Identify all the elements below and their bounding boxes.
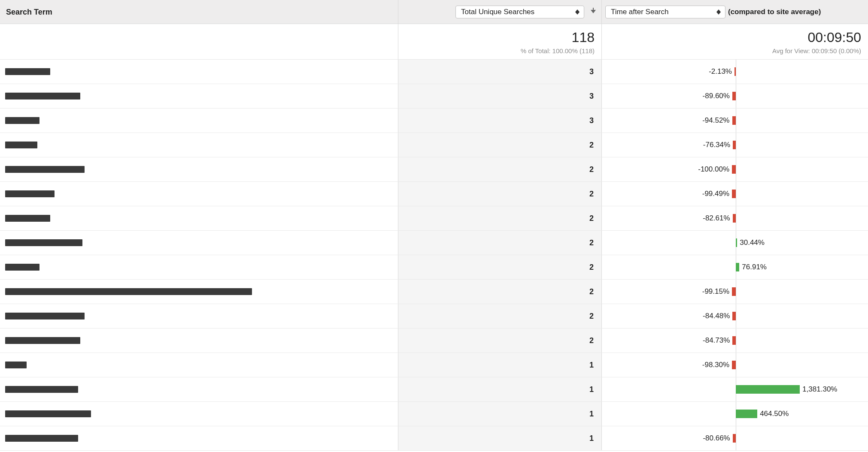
comparison-cell: -84.73% xyxy=(602,328,868,353)
search-term-cell[interactable] xyxy=(0,402,398,426)
comparison-cell: 76.91% xyxy=(602,255,868,279)
negative-bar-wrap: -76.34% xyxy=(703,141,736,149)
negative-bar xyxy=(732,312,736,320)
unique-searches-cell: 3 xyxy=(398,108,602,133)
search-term-cell[interactable] xyxy=(0,182,398,206)
table-row: 2-84.73% xyxy=(0,328,868,353)
unique-searches-cell: 2 xyxy=(398,157,602,181)
baseline-axis xyxy=(736,328,736,353)
search-term-cell[interactable] xyxy=(0,280,398,304)
percent-label: -76.34% xyxy=(703,141,730,149)
search-term-cell[interactable] xyxy=(0,304,398,328)
negative-bar xyxy=(732,190,736,198)
comparison-cell: -94.52% xyxy=(602,108,868,133)
positive-bar xyxy=(736,385,800,394)
percent-label: -2.13% xyxy=(709,67,732,76)
negative-bar-wrap: -2.13% xyxy=(709,67,736,76)
search-term-cell[interactable] xyxy=(0,255,398,279)
table-row: 230.44% xyxy=(0,231,868,255)
redacted-term xyxy=(5,264,39,271)
table-row: 2-99.15% xyxy=(0,280,868,304)
comparison-cell: -100.00% xyxy=(602,157,868,181)
search-term-cell[interactable] xyxy=(0,231,398,255)
metric-select[interactable]: Total Unique Searches xyxy=(455,6,584,18)
negative-bar xyxy=(733,214,736,223)
unique-searches-cell: 2 xyxy=(398,280,602,304)
search-term-cell[interactable] xyxy=(0,328,398,353)
table-row: 1-80.66% xyxy=(0,426,868,451)
percent-label: 76.91% xyxy=(742,263,767,271)
comparison-cell: 30.44% xyxy=(602,231,868,255)
search-term-cell[interactable] xyxy=(0,157,398,181)
positive-bar xyxy=(736,238,737,247)
positive-bar xyxy=(736,410,757,418)
table-row: 2-76.34% xyxy=(0,133,868,157)
compare-note: (compared to site average) xyxy=(728,8,821,16)
negative-bar-wrap: -89.60% xyxy=(703,92,736,100)
search-term-cell[interactable] xyxy=(0,108,398,133)
compare-select[interactable]: Time after Search xyxy=(605,6,725,18)
svg-marker-1 xyxy=(575,12,580,15)
summary-row: 118 % of Total: 100.00% (118) 00:09:50 A… xyxy=(0,24,868,60)
negative-bar xyxy=(732,165,736,174)
search-term-cell[interactable] xyxy=(0,60,398,84)
comparison-cell: -2.13% xyxy=(602,60,868,84)
unique-searches-cell: 1 xyxy=(398,377,602,401)
negative-bar-wrap: -99.49% xyxy=(702,190,736,198)
table-row: 2-99.49% xyxy=(0,182,868,206)
percent-label: 30.44% xyxy=(740,238,765,247)
search-term-cell[interactable] xyxy=(0,353,398,377)
percent-label: -99.15% xyxy=(702,287,729,296)
search-term-cell[interactable] xyxy=(0,133,398,157)
sort-descending-icon[interactable] xyxy=(589,7,597,17)
negative-bar xyxy=(732,116,736,125)
search-term-cell[interactable] xyxy=(0,426,398,450)
table-row: 276.91% xyxy=(0,255,868,280)
comparison-cell: -99.49% xyxy=(602,182,868,206)
baseline-axis xyxy=(736,60,736,84)
unique-searches-cell: 2 xyxy=(398,255,602,279)
compare-subtext: Avg for View: 00:09:50 (0.00%) xyxy=(772,47,861,54)
negative-bar-wrap: -84.73% xyxy=(703,336,736,345)
search-term-cell[interactable] xyxy=(0,206,398,230)
search-term-cell[interactable] xyxy=(0,84,398,108)
redacted-term xyxy=(5,337,80,344)
percent-label: -98.30% xyxy=(702,361,729,369)
compare-total: 00:09:50 xyxy=(807,30,861,45)
comparison-cell: -99.15% xyxy=(602,280,868,304)
redacted-term xyxy=(5,215,50,222)
percent-label: -82.61% xyxy=(703,214,730,223)
unique-searches-cell: 2 xyxy=(398,206,602,230)
baseline-axis xyxy=(736,353,736,377)
percent-label: -94.52% xyxy=(702,116,729,125)
unique-searches-cell: 2 xyxy=(398,231,602,255)
redacted-term xyxy=(5,435,78,442)
negative-bar-wrap: -80.66% xyxy=(703,434,736,443)
table-row: 11,381.30% xyxy=(0,377,868,402)
negative-bar xyxy=(732,336,736,345)
table-row: 2-84.48% xyxy=(0,304,868,328)
unique-searches-cell: 1 xyxy=(398,402,602,426)
table-row: 3-94.52% xyxy=(0,108,868,133)
redacted-term xyxy=(5,362,27,368)
unique-searches-cell: 2 xyxy=(398,304,602,328)
positive-bar xyxy=(736,263,739,271)
positive-bar-wrap: 464.50% xyxy=(736,410,789,418)
comparison-cell: -98.30% xyxy=(602,353,868,377)
negative-bar xyxy=(732,287,736,296)
percent-label: -84.73% xyxy=(703,336,730,345)
negative-bar-wrap: -99.15% xyxy=(702,287,736,296)
summary-compare: 00:09:50 Avg for View: 00:09:50 (0.00%) xyxy=(602,24,868,59)
baseline-axis xyxy=(736,304,736,328)
baseline-axis xyxy=(736,206,736,230)
comparison-cell: -80.66% xyxy=(602,426,868,450)
search-term-cell[interactable] xyxy=(0,377,398,401)
baseline-axis xyxy=(736,182,736,206)
redacted-term xyxy=(5,239,82,246)
unique-searches-cell: 1 xyxy=(398,353,602,377)
percent-label: -80.66% xyxy=(703,434,730,443)
redacted-term xyxy=(5,142,37,148)
comparison-cell: 1,381.30% xyxy=(602,377,868,401)
comparison-cell: -89.60% xyxy=(602,84,868,108)
select-arrows-icon xyxy=(575,9,580,15)
